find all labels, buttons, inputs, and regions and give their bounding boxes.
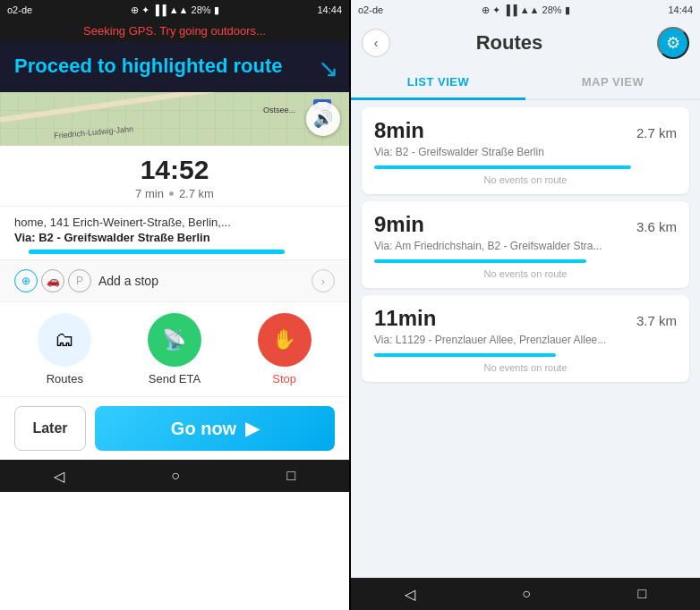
route-2-time: 9min [374,212,424,237]
status-bar-right: o2-de ⊕ ✦ ▐▐ ▲▲ 28% ▮ 14:44 [351,0,700,20]
left-panel: o2-de ⊕ ✦ ▐▐ ▲▲ 28% ▮ 14:44 Seeking GPS.… [0,0,349,610]
map-area: Friedrich-Ludwig-Jahn Ostsee... B2 🔊 [0,92,349,146]
recents-nav-icon-right[interactable]: □ [638,586,647,602]
stop-icon: ✋ [272,328,296,352]
gps-banner: Seeking GPS. Try going outdoors... [0,20,349,42]
nav-bar-left: ◁ ○ □ [0,460,349,492]
route-3-dist: 3.7 km [636,313,677,328]
route-1-events: No events on route [374,174,677,187]
stop-label: Stop [272,372,296,385]
car-icon: 🚗 [41,269,64,292]
routes-header: ‹ Routes ⚙ [351,20,700,66]
back-nav-icon-right[interactable]: ◁ [405,586,415,603]
stop-icon-circle: ✋ [258,313,312,367]
route-3-events: No events on route [374,362,677,375]
route-card-3-header: 11min 3.7 km [374,306,677,331]
home-nav-icon-left[interactable]: ○ [171,468,180,484]
route-1-progress [374,165,631,169]
tab-list-view[interactable]: LIST VIEW [351,66,525,100]
carrier-right: o2-de [358,4,383,15]
eta-dot [169,191,174,196]
eta-bar: 14:52 7 min 2.7 km [0,146,349,207]
routes-label: Routes [47,372,83,385]
time-left: 14:44 [317,4,342,15]
nav-header: Proceed to highlighted route ↘ [0,42,349,92]
route-progress-bar [29,250,285,254]
eta-time: 14:52 [14,155,335,185]
go-now-label: Go now [171,419,236,439]
route-3-time: 11min [374,306,436,331]
send-eta-icon: 📡 [162,328,186,352]
nav-bar-right: ◁ ○ □ [351,578,700,610]
routes-button[interactable]: 🗂 Routes [38,313,91,385]
route-2-dist: 3.6 km [636,219,677,234]
go-now-button[interactable]: Go now ▶ [95,406,335,451]
routes-title: Routes [362,31,657,55]
carrier-left: o2-de [7,4,32,15]
routes-list: 8min 2.7 km Via: B2 - Greifswalder Straß… [351,100,700,578]
route-2-via: Via: Am Friedrichshain, B2 - Greifswalde… [374,240,677,252]
status-icons-left: ⊕ ✦ ▐▐ ▲▲ 28% ▮ [131,4,219,16]
route-card-2-header: 9min 3.6 km [374,212,677,237]
send-eta-label: Send ETA [149,372,201,385]
route-1-dist: 2.7 km [636,125,677,140]
gear-icon: ⚙ [666,33,680,53]
routes-icon: 🗂 [55,328,74,352]
parking-icon: P [68,269,91,292]
add-stop-row[interactable]: ⊕ 🚗 P Add a stop › [0,260,349,302]
action-buttons: 🗂 Routes 📡 Send ETA ✋ Stop [0,302,349,396]
bottom-actions: Later Go now ▶ [0,396,349,460]
right-panel: o2-de ⊕ ✦ ▐▐ ▲▲ 28% ▮ 14:44 ‹ Routes ⚙ L… [351,0,700,610]
send-eta-button[interactable]: 📡 Send ETA [148,313,201,385]
destination-info: home, 141 Erich-Weinert-Straße, Berlin,.… [0,207,349,260]
route-card-3[interactable]: 11min 3.7 km Via: L1129 - Prenzlauer All… [362,295,689,382]
route-card-1[interactable]: 8min 2.7 km Via: B2 - Greifswalder Straß… [362,107,689,194]
route-2-events: No events on route [374,268,677,281]
map-grid [0,92,349,146]
stop-button[interactable]: ✋ Stop [258,313,312,385]
destination-via: Via: B2 - Greifswalder Straße Berlin [14,231,335,244]
time-right: 14:44 [668,4,693,15]
tab-bar: LIST VIEW MAP VIEW [351,66,700,100]
route-3-progress [374,353,556,357]
nav-arrow-icon: ↘ [318,54,338,83]
route-3-via: Via: L1129 - Prenzlauer Allee, Prenzlaue… [374,334,677,346]
route-2-progress [374,259,586,263]
route-card-1-header: 8min 2.7 km [374,118,677,143]
route-card-2[interactable]: 9min 3.6 km Via: Am Friedrichshain, B2 -… [362,201,689,288]
stop-icons: ⊕ 🚗 P [14,269,91,292]
status-icons-right: ⊕ ✦ ▐▐ ▲▲ 28% ▮ [482,4,570,16]
route-1-via: Via: B2 - Greifswalder Straße Berlin [374,146,677,158]
sound-button[interactable]: 🔊 [306,102,340,136]
eta-mins: 7 min [135,187,164,200]
settings-button[interactable]: ⚙ [657,27,689,59]
nav-instruction: Proceed to highlighted route [14,55,335,78]
go-now-play-icon: ▶ [245,418,259,439]
send-eta-icon-circle: 📡 [148,313,201,367]
route-1-time: 8min [374,118,424,143]
map-ostsee-label: Ostsee... [263,106,295,114]
add-stop-label: Add a stop [98,274,304,288]
later-button[interactable]: Later [14,406,86,451]
eta-details: 7 min 2.7 km [14,187,335,200]
routes-icon-circle: 🗂 [38,313,91,367]
location-icon: ⊕ [14,269,38,292]
home-nav-icon-right[interactable]: ○ [522,586,531,602]
back-nav-icon-left[interactable]: ◁ [54,468,64,485]
recents-nav-icon-left[interactable]: □ [287,468,296,484]
add-stop-arrow-icon[interactable]: › [312,269,335,292]
tab-map-view[interactable]: MAP VIEW [525,66,700,98]
destination-address: home, 141 Erich-Weinert-Straße, Berlin,.… [14,216,335,229]
status-bar-left: o2-de ⊕ ✦ ▐▐ ▲▲ 28% ▮ 14:44 [0,0,349,20]
eta-km: 2.7 km [179,187,214,200]
